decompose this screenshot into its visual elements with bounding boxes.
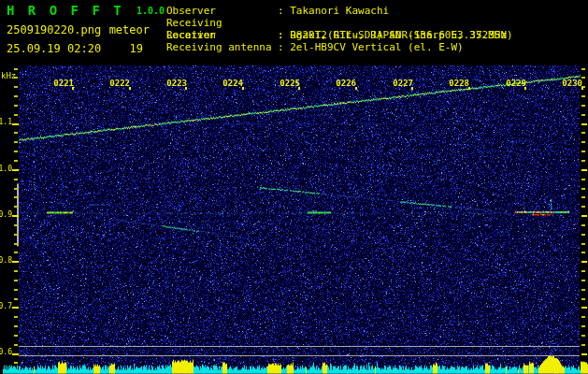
freq-tick-label: 0.8 (0, 256, 12, 265)
freq-tick-label: 0.6 (0, 348, 12, 356)
time-tick-label: 0230 (557, 79, 582, 88)
time-tick-label: 0223 (162, 79, 187, 88)
time-tick-label: 0227 (388, 79, 413, 88)
hrofft-window: H R O F F T 1.0.0 2509190220.png meteor … (0, 0, 588, 374)
freq-tick-label: 1.0 (0, 165, 12, 173)
info-value: Takanori Kawachi (290, 5, 389, 17)
time-tick-label: 0229 (501, 79, 526, 88)
time-tick-label: 0228 (444, 79, 469, 88)
time-tick-label: 0226 (331, 79, 356, 88)
time-tick-label: 0221 (49, 79, 74, 88)
freq-tick-label: 0.7 (0, 302, 12, 310)
info-row-antenna: Receiving antenna: 2el-HB9CV Vertical (e… (166, 41, 464, 53)
info-label: Receiver (166, 29, 278, 41)
info-separator: : (278, 29, 284, 41)
khz-axis-label: kHz (1, 71, 16, 80)
capture-datetime: 25.09.19 02:20 (7, 42, 101, 55)
spectrogram-canvas (0, 0, 588, 374)
capture-filename: 2509190220.png (7, 23, 101, 36)
info-separator: : (278, 41, 284, 53)
info-value: 2el-HB9CV Vertical (el. E-W) (290, 41, 463, 53)
freq-tick-label: 1.1 (0, 118, 12, 126)
info-value: R820T2(RTL-SDR) SDR-Sharp 53.372MHz (290, 29, 507, 41)
app-title: H R O F F T (7, 3, 124, 18)
time-tick-label: 0225 (275, 79, 300, 88)
info-row-receiver: Receiver: R820T2(RTL-SDR) SDR-Sharp 53.3… (166, 29, 507, 41)
time-tick-label: 0222 (105, 79, 130, 88)
info-label: Receiving antenna (166, 41, 278, 53)
info-separator: : (278, 5, 284, 17)
app-version: 1.0.0 (136, 6, 165, 16)
time-tick-label: 0224 (218, 79, 243, 88)
echo-count: 19 (103, 42, 143, 55)
freq-tick-label: 0.9 (0, 210, 12, 219)
info-row-observer: Observer: Takanori Kawachi (166, 5, 389, 17)
observation-mode-label: meteor (103, 23, 150, 36)
info-label: Observer (166, 5, 278, 17)
